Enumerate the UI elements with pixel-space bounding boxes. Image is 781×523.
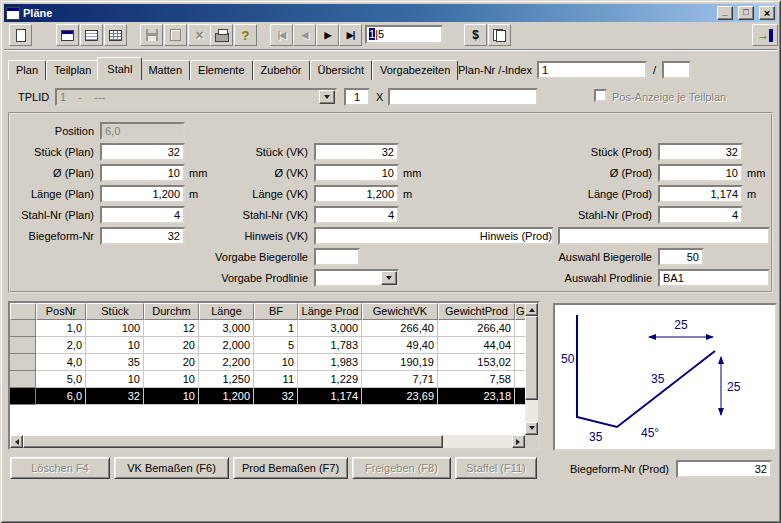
grid-cell[interactable]: 32 <box>254 388 298 405</box>
grid-cell[interactable]: 49,40 <box>362 337 438 354</box>
scroll-left-button[interactable] <box>10 435 23 448</box>
teilplan-count-field[interactable]: 1 <box>344 88 370 106</box>
stahlnr-vk-field[interactable]: 4 <box>314 206 399 224</box>
tab-uebersicht[interactable]: Übersicht <box>310 60 372 80</box>
plan-table-button[interactable] <box>80 24 103 46</box>
grid-column-header[interactable]: Durchm <box>144 303 199 320</box>
exit-button[interactable] <box>752 24 778 46</box>
grid-row[interactable]: 4,035202,200101,983190,19153,02 <box>10 354 525 371</box>
grid-cell[interactable]: 11 <box>254 371 298 388</box>
vertical-scrollbar[interactable] <box>525 303 538 435</box>
tab-teilplan[interactable]: Teilplan <box>46 60 99 80</box>
grid-cell[interactable]: 2,0 <box>36 337 86 354</box>
grid-cell[interactable]: 10 <box>254 354 298 371</box>
vertical-scrollbar-thumb[interactable] <box>525 316 538 400</box>
grid-cell[interactable]: 1,0 <box>36 320 86 337</box>
tab-zubehoer[interactable]: Zubehör <box>253 60 310 80</box>
grid-cell[interactable]: 23,69 <box>362 388 438 405</box>
hinweis-prod-field[interactable] <box>558 227 770 245</box>
grid-cell[interactable]: 1,200 <box>199 388 254 405</box>
grid-cell[interactable]: 7,58 <box>438 371 515 388</box>
laenge-prod-field[interactable]: 1,174 <box>658 185 743 203</box>
last-record-button[interactable] <box>339 24 362 46</box>
grid-column-header[interactable]: Länge Prod <box>298 303 362 320</box>
grid-cell[interactable] <box>515 354 525 371</box>
maximize-button[interactable]: □ <box>738 6 754 20</box>
grid-cell[interactable]: 1,174 <box>298 388 362 405</box>
dropdown-arrow-icon[interactable] <box>381 271 397 285</box>
record-counter-input[interactable]: 1|5 <box>365 25 443 44</box>
vk-dimension-button[interactable]: VK Bemaßen (F6) <box>114 457 229 479</box>
grid-column-header[interactable]: Stück <box>86 303 144 320</box>
grid-row-selector[interactable] <box>10 354 36 371</box>
scroll-up-button[interactable] <box>525 303 538 316</box>
grid-corner-cell[interactable] <box>10 303 36 320</box>
prod-dimension-button[interactable]: Prod Bemaßen (F7) <box>233 457 348 479</box>
grid-cell[interactable]: 23,18 <box>438 388 515 405</box>
grid-cell[interactable]: 5 <box>254 337 298 354</box>
grid-cell[interactable]: 7,71 <box>362 371 438 388</box>
auswahl-prodlinie-field[interactable]: BA1 <box>658 269 770 287</box>
plan-grid-button[interactable] <box>104 24 127 46</box>
grid-column-header[interactable]: BF <box>254 303 298 320</box>
grid-cell[interactable]: 1,983 <box>298 354 362 371</box>
grid-cell[interactable]: 153,02 <box>438 354 515 371</box>
tab-plan[interactable]: Plan <box>8 60 46 80</box>
grid-row-selector[interactable] <box>10 320 36 337</box>
grid-row-selector[interactable] <box>10 371 36 388</box>
grid-cell[interactable]: 6,0 <box>36 388 86 405</box>
close-button[interactable]: × <box>759 6 775 20</box>
grid-cell[interactable]: 5,0 <box>36 371 86 388</box>
grid-row[interactable]: 2,010202,00051,78349,4044,04 <box>10 337 525 354</box>
scroll-right-button[interactable] <box>512 435 525 448</box>
stueck-vk-field[interactable]: 32 <box>314 143 399 161</box>
grid-column-header[interactable]: Länge <box>199 303 254 320</box>
grid-cell[interactable]: 3,000 <box>298 320 362 337</box>
grid-cell[interactable] <box>515 337 525 354</box>
grid-cell[interactable]: 1,783 <box>298 337 362 354</box>
grid-cell[interactable]: 32 <box>86 388 144 405</box>
grid-cell[interactable]: 3,000 <box>199 320 254 337</box>
grid-cell[interactable]: 20 <box>144 337 199 354</box>
grid-cell[interactable]: 10 <box>86 371 144 388</box>
grid-cell[interactable]: 12 <box>144 320 199 337</box>
tab-vorgabezeiten[interactable]: Vorgabezeiten <box>372 60 458 80</box>
title-bar[interactable]: Pläne _ □ × <box>4 4 777 22</box>
grid-row[interactable]: 6,032101,200321,17423,6923,18 <box>10 388 525 405</box>
grid-cell[interactable]: 20 <box>144 354 199 371</box>
grid-column-header[interactable]: PosNr <box>36 303 86 320</box>
grid-cell[interactable]: 266,40 <box>362 320 438 337</box>
next-record-button[interactable] <box>316 24 339 46</box>
horizontal-scrollbar[interactable] <box>10 435 525 448</box>
biegeform-prod-field[interactable]: 32 <box>676 460 772 478</box>
durchmesser-vk-field[interactable]: 10 <box>314 164 399 182</box>
auswahl-biegerolle-field[interactable]: 50 <box>658 248 704 266</box>
tab-stahl[interactable]: Stahl <box>97 57 142 80</box>
scroll-down-button[interactable] <box>525 422 538 435</box>
plan-index-field[interactable] <box>662 61 691 79</box>
help-button[interactable]: ? <box>234 24 257 46</box>
stueck-prod-field[interactable]: 32 <box>658 143 743 161</box>
plan-form-button[interactable] <box>56 24 79 46</box>
grid-cell[interactable] <box>515 371 525 388</box>
stahlnr-prod-field[interactable]: 4 <box>658 206 743 224</box>
price-button[interactable]: $ <box>464 24 487 46</box>
grid-row[interactable]: 5,010101,250111,2297,717,58 <box>10 371 525 388</box>
grid-column-header[interactable]: Ge <box>515 303 525 320</box>
print-button[interactable] <box>210 24 233 46</box>
tplid-text-field[interactable] <box>388 88 538 106</box>
grid-column-header[interactable]: GewichtVK <box>362 303 438 320</box>
grid-cell[interactable]: 44,04 <box>438 337 515 354</box>
grid-cell[interactable] <box>515 320 525 337</box>
vorgabe-prodlinie-dropdown[interactable] <box>314 269 399 287</box>
grid-cell[interactable]: 190,19 <box>362 354 438 371</box>
grid-cell[interactable]: 10 <box>86 337 144 354</box>
plan-nr-field[interactable]: 1 <box>537 61 647 79</box>
grid-cell[interactable]: 2,000 <box>199 337 254 354</box>
tab-matten[interactable]: Matten <box>140 60 190 80</box>
grid-row[interactable]: 1,0100123,00013,000266,40266,40 <box>10 320 525 337</box>
grid-cell[interactable]: 10 <box>144 388 199 405</box>
horizontal-scrollbar-thumb[interactable] <box>23 435 443 448</box>
copy-button[interactable] <box>488 24 511 46</box>
grid-cell[interactable]: 266,40 <box>438 320 515 337</box>
